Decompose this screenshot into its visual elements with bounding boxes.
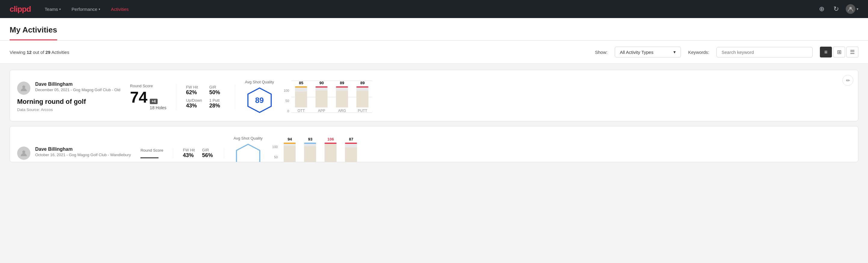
user-name: Dave Billingham xyxy=(35,82,120,87)
avatar xyxy=(846,4,856,14)
gir-value: 50% xyxy=(209,89,225,96)
gir-metric: GIR 56% xyxy=(202,148,214,158)
card-user-info: Dave Billingham December 05, 2021 - Gog … xyxy=(35,82,120,92)
svg-marker-4 xyxy=(237,144,259,163)
nav-item-teams[interactable]: Teams ▾ xyxy=(40,4,65,14)
metrics-section: FW Hit 43% GIR 56% xyxy=(173,148,224,158)
gir-label: GIR xyxy=(209,85,225,89)
y-axis: 100 50 0 xyxy=(284,89,291,113)
round-score-label: Round Score xyxy=(130,84,166,88)
logo[interactable]: clippd xyxy=(10,4,31,14)
bar-arg: 89 ARG xyxy=(332,81,351,113)
card-user-info: Dave Billingham October 16, 2021 - Gog M… xyxy=(35,147,131,157)
add-icon[interactable]: ⊕ xyxy=(817,4,827,14)
date-location: December 05, 2021 - Gog Magog Golf Club … xyxy=(35,88,120,92)
gir-metric: GIR 50% xyxy=(209,85,225,96)
search-input[interactable] xyxy=(716,47,813,57)
list-view-icon: ≡ xyxy=(825,49,828,55)
shot-quality-hexagon xyxy=(235,143,262,162)
round-score-section: Round Score 74 +4 18 Holes xyxy=(120,84,176,110)
view-grid-button[interactable]: ⊞ xyxy=(833,47,845,57)
date-location: October 16, 2021 - Gog Magog Golf Club -… xyxy=(35,152,131,157)
avg-shot-quality-section: Avg Shot Quality 89 100 xyxy=(235,80,382,114)
avatar xyxy=(17,82,30,95)
quality-left: Avg Shot Quality 89 xyxy=(245,80,274,114)
user-avatar-button[interactable]: ▾ xyxy=(846,4,858,14)
refresh-icon[interactable]: ↻ xyxy=(831,4,841,14)
round-score-label: Round Score xyxy=(141,148,163,152)
nav-item-activities[interactable]: Activities xyxy=(107,4,133,14)
activity-card: ✏ Dave Billingham December 05, 2021 - Go… xyxy=(10,70,858,121)
hex-score: 89 xyxy=(255,96,264,105)
view-toggle-buttons: ≡ ⊞ ☰ xyxy=(820,47,858,57)
activity-type-dropdown[interactable]: All Activity Types ▾ xyxy=(615,47,681,57)
one-putt-metric: 1 Putt 28% xyxy=(209,98,225,109)
viewing-count-text: Viewing 12 out of 29 Activities xyxy=(10,50,588,55)
user-name: Dave Billingham xyxy=(35,147,131,152)
pencil-icon: ✏ xyxy=(846,78,850,83)
show-label: Show: xyxy=(595,50,608,55)
gir-value: 56% xyxy=(202,152,214,158)
compact-view-icon: ☰ xyxy=(850,49,855,55)
card-user-section: Dave Billingham October 16, 2021 - Gog M… xyxy=(17,147,131,160)
updown-metric: Up/Down 43% xyxy=(186,98,202,109)
card-body: Dave Billingham December 05, 2021 - Gog … xyxy=(17,80,851,114)
score-display: 74 +4 18 Holes xyxy=(130,89,166,110)
page-header: My Activities xyxy=(0,18,868,40)
fw-hit-metric: FW Hit 43% xyxy=(183,148,195,158)
page-title: My Activities xyxy=(10,25,57,40)
chevron-down-icon: ▾ xyxy=(59,7,61,11)
score-number: 74 xyxy=(130,89,147,105)
view-compact-button[interactable]: ☰ xyxy=(846,47,858,57)
shot-quality-hexagon: 89 xyxy=(246,87,273,114)
nav: Teams ▾ Performance ▾ Activities xyxy=(40,4,133,14)
metrics-grid: FW Hit 43% GIR 56% xyxy=(183,148,214,158)
nav-item-performance[interactable]: Performance ▾ xyxy=(67,4,104,14)
bar-ott: 94 OTT xyxy=(280,137,299,162)
one-putt-value: 28% xyxy=(209,103,225,109)
fw-hit-value: 62% xyxy=(186,89,202,96)
fw-hit-metric: FW Hit 62% xyxy=(186,85,202,96)
chevron-down-icon: ▾ xyxy=(99,7,100,11)
chevron-down-icon: ▾ xyxy=(673,49,676,55)
activity-title: Morning round of golf xyxy=(17,98,120,106)
edit-button[interactable]: ✏ xyxy=(842,75,853,86)
bar-putt: 89 PUTT xyxy=(353,81,372,113)
updown-label: Up/Down xyxy=(186,98,202,103)
card-body: Dave Billingham October 16, 2021 - Gog M… xyxy=(17,136,851,162)
svg-point-1 xyxy=(22,85,25,88)
activities-list: ✏ Dave Billingham December 05, 2021 - Go… xyxy=(0,64,868,173)
fw-hit-label: FW Hit xyxy=(186,85,202,89)
score-holes: 18 Holes xyxy=(150,105,166,110)
view-list-button[interactable]: ≡ xyxy=(820,47,832,57)
avg-shot-quality-label: Avg Shot Quality xyxy=(234,136,263,141)
bar-chart: 100 50 0 85 xyxy=(284,81,372,113)
score-badge: +4 xyxy=(150,99,158,104)
keywords-label: Keywords: xyxy=(688,50,709,55)
avatar xyxy=(17,147,30,160)
card-left: Dave Billingham October 16, 2021 - Gog M… xyxy=(17,147,131,160)
grid-view-icon: ⊞ xyxy=(837,49,841,55)
updown-value: 43% xyxy=(186,103,202,109)
viewing-count: 12 xyxy=(27,50,32,55)
card-left: Dave Billingham December 05, 2021 - Gog … xyxy=(17,82,120,112)
bar-chart: 100 50 0 94 OTT xyxy=(272,137,361,162)
chevron-down-icon: ▾ xyxy=(857,7,858,11)
card-user-section: Dave Billingham December 05, 2021 - Gog … xyxy=(17,82,120,95)
bar-arg: 106 ARG xyxy=(321,137,340,162)
bar-app: 93 APP xyxy=(301,137,320,162)
gir-label: GIR xyxy=(202,148,214,152)
avg-shot-quality-label: Avg Shot Quality xyxy=(245,80,274,84)
y-axis: 100 50 0 xyxy=(272,145,280,162)
header: clippd Teams ▾ Performance ▾ Activities … xyxy=(0,0,868,18)
metrics-grid: FW Hit 62% GIR 50% Up/Down 43% 1 Putt 28… xyxy=(186,85,225,109)
activity-card: Dave Billingham October 16, 2021 - Gog M… xyxy=(10,126,858,162)
round-score-section: Round Score xyxy=(131,148,173,158)
bar-ott: 85 OTT xyxy=(291,81,311,113)
filter-bar: Viewing 12 out of 29 Activities Show: Al… xyxy=(0,40,868,64)
fw-hit-value: 43% xyxy=(183,152,195,158)
data-source: Data Source: Arccos xyxy=(17,108,120,112)
avg-shot-quality-section: Avg Shot Quality 100 50 xyxy=(224,136,371,162)
header-right: ⊕ ↻ ▾ xyxy=(817,4,858,14)
fw-hit-label: FW Hit xyxy=(183,148,195,152)
